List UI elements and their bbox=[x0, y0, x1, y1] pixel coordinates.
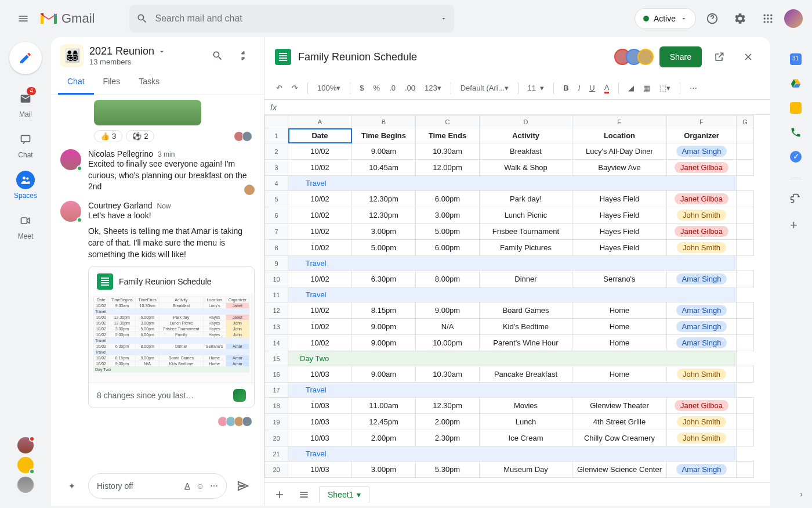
compose-button[interactable] bbox=[9, 42, 42, 74]
chat-image[interactable] bbox=[94, 100, 201, 125]
gmail-logo[interactable]: Gmail bbox=[39, 11, 95, 26]
space-members[interactable]: 13 members bbox=[89, 57, 166, 66]
add-icon[interactable]: + bbox=[790, 218, 802, 229]
dec-inc-icon[interactable]: .00 bbox=[401, 81, 419, 95]
font-select[interactable]: Default (Ari... ▾ bbox=[457, 81, 512, 95]
drive-icon[interactable] bbox=[790, 78, 802, 89]
sheet-attachment[interactable]: Family Reunion Schedule DateTimeBeginsTi… bbox=[88, 266, 255, 408]
formula-bar[interactable]: fx bbox=[264, 100, 770, 115]
space-title[interactable]: 2021 Reunion bbox=[89, 45, 166, 57]
currency-icon[interactable]: $ bbox=[356, 81, 367, 95]
more-toolbar-icon[interactable]: ⋯ bbox=[686, 81, 701, 95]
daytwo-row[interactable]: 15Day Two bbox=[265, 351, 754, 366]
table-row[interactable]: 1810/0311.00am12.30pmMoviesGlenview Thea… bbox=[265, 398, 754, 414]
table-row[interactable]: 610/0212.30pm3.00pmLunch PicnicHayes Fie… bbox=[265, 207, 754, 224]
bold-icon[interactable]: B bbox=[560, 81, 572, 95]
open-new-icon[interactable] bbox=[708, 45, 731, 69]
all-sheets-icon[interactable] bbox=[295, 487, 313, 503]
table-row[interactable]: 1210/028.15pm9.00pmBoard GamesHomeAmar S… bbox=[265, 302, 754, 319]
smart-compose-icon[interactable]: ✦ bbox=[60, 474, 84, 498]
hide-panel-icon[interactable]: › bbox=[800, 489, 803, 499]
textcolor-icon[interactable]: A bbox=[601, 81, 613, 96]
account-avatar[interactable] bbox=[784, 9, 803, 28]
help-icon[interactable] bbox=[701, 7, 724, 30]
table-row[interactable]: 210/029.00am10.30amBreakfastLucy's All-D… bbox=[265, 143, 754, 160]
table-row[interactable]: 810/025.00pm6.00pmFamily PicturesHayes F… bbox=[265, 240, 754, 256]
table-row[interactable]: 2010/033.00pm5.30pmMuseum DayGlenview Sc… bbox=[265, 462, 754, 478]
menu-icon[interactable] bbox=[9, 5, 37, 33]
apps-icon[interactable] bbox=[756, 7, 780, 30]
sheet-tab-1[interactable]: Sheet1 ▾ bbox=[319, 486, 369, 503]
dm-avatar-1[interactable] bbox=[17, 437, 34, 453]
table-row[interactable]: 310/0210.45am12.00pmWalk & ShopBayview A… bbox=[265, 160, 754, 176]
history-pill[interactable]: History off A ☺ ⋯ bbox=[88, 473, 227, 499]
table-row[interactable]: 1910/0312.45pm2.00pmLunch4th Street Gril… bbox=[265, 414, 754, 430]
undo-icon[interactable]: ↶ bbox=[273, 81, 286, 95]
sheet-tabs-bar: Sheet1 ▾ bbox=[264, 482, 770, 506]
borders-icon[interactable]: ▦ bbox=[640, 81, 654, 95]
doc-title[interactable]: Family Reunion Schedule bbox=[298, 51, 417, 63]
travel-row[interactable]: 4Travel bbox=[265, 176, 754, 191]
svg-point-4 bbox=[764, 17, 766, 19]
tab-files[interactable]: Files bbox=[94, 70, 130, 95]
contacts-icon[interactable] bbox=[790, 127, 802, 138]
status-pill[interactable]: Active bbox=[635, 8, 696, 29]
search-bar[interactable] bbox=[129, 5, 454, 33]
chat-body[interactable]: 👍 3 ⚽ 2 Nicolas Pellegrino3 min Excited … bbox=[51, 95, 264, 469]
more-icon[interactable]: ⋯ bbox=[210, 481, 218, 491]
avatar[interactable] bbox=[60, 149, 81, 170]
collaborators[interactable] bbox=[619, 49, 654, 65]
rail-spaces[interactable]: Spaces bbox=[5, 165, 46, 206]
tab-chat[interactable]: Chat bbox=[58, 70, 94, 95]
calendar-icon[interactable]: 31 bbox=[790, 53, 802, 65]
table-row[interactable]: 1410/029.00pm10.00pmParent's Wine HourHo… bbox=[265, 335, 754, 351]
table-row[interactable]: 1610/039.00am10.30amPancake BreakfastHom… bbox=[265, 366, 754, 383]
table-row[interactable]: 2010/032.00pm2.30pmIce CreamChilly Cow C… bbox=[265, 430, 754, 446]
gemini-icon[interactable] bbox=[233, 389, 246, 402]
settings-icon[interactable] bbox=[728, 7, 752, 30]
addons-icon[interactable] bbox=[790, 193, 802, 205]
chat-search-icon[interactable] bbox=[206, 44, 229, 67]
travel-row[interactable]: 9Travel bbox=[265, 256, 754, 271]
percent-icon[interactable]: % bbox=[369, 81, 383, 95]
sheet-grid[interactable]: ABCDEFG1DateTime BeginsTime EndsActivity… bbox=[264, 115, 770, 482]
rail-chat[interactable]: Chat bbox=[5, 124, 46, 165]
search-options-icon[interactable] bbox=[440, 15, 447, 22]
header-row[interactable]: 1DateTime BeginsTime EndsActivityLocatio… bbox=[265, 128, 754, 143]
travel-row[interactable]: 17Travel bbox=[265, 383, 754, 398]
table-row[interactable]: 510/0212.30pm6.00pmPark day!Hayes FieldJ… bbox=[265, 191, 754, 207]
travel-row[interactable]: 21Travel bbox=[265, 446, 754, 462]
fill-icon[interactable]: ◢ bbox=[625, 81, 637, 95]
close-icon[interactable] bbox=[737, 45, 760, 69]
dm-avatar-2[interactable] bbox=[17, 457, 34, 473]
space-avatar[interactable]: 👨‍👩‍👧‍👦 bbox=[60, 44, 84, 67]
italic-icon[interactable]: I bbox=[575, 81, 584, 95]
fontsize-select[interactable]: 11 ▾ bbox=[524, 81, 548, 95]
redo-icon[interactable]: ↷ bbox=[288, 81, 302, 95]
keep-icon[interactable] bbox=[790, 102, 802, 114]
reaction-thumbs[interactable]: 👍 3 bbox=[94, 130, 122, 142]
dec-dec-icon[interactable]: .0 bbox=[386, 81, 399, 95]
avatar[interactable] bbox=[60, 201, 81, 222]
underline-icon[interactable]: U bbox=[586, 81, 598, 95]
dm-avatar-3[interactable] bbox=[17, 477, 34, 493]
travel-row[interactable]: 11Travel bbox=[265, 287, 754, 302]
merge-icon[interactable]: ⬚▾ bbox=[656, 81, 674, 95]
add-sheet-icon[interactable] bbox=[270, 487, 289, 503]
zoom-select[interactable]: 100% ▾ bbox=[314, 81, 344, 95]
share-button[interactable]: Share bbox=[659, 46, 702, 67]
rail-meet[interactable]: Meet bbox=[5, 206, 46, 246]
search-input[interactable] bbox=[155, 13, 440, 24]
tasks-icon[interactable]: ✓ bbox=[790, 151, 802, 163]
rail-mail[interactable]: 4 Mail bbox=[5, 84, 46, 124]
table-row[interactable]: 710/023.00pm5.00pmFrisbee TournamentHaye… bbox=[265, 224, 754, 240]
format-icon[interactable]: A bbox=[184, 481, 190, 491]
format-select[interactable]: 123▾ bbox=[421, 81, 445, 95]
collapse-icon[interactable] bbox=[231, 44, 255, 67]
tab-tasks[interactable]: Tasks bbox=[129, 70, 169, 95]
reaction-soccer[interactable]: ⚽ 2 bbox=[126, 130, 154, 142]
send-icon[interactable] bbox=[231, 474, 255, 498]
table-row[interactable]: 1310/029.00pmN/AKid's BedtimeHomeAmar Si… bbox=[265, 319, 754, 335]
table-row[interactable]: 1010/026.30pm8.00pmDinnerSerrano'sAmar S… bbox=[265, 271, 754, 287]
emoji-icon[interactable]: ☺ bbox=[196, 481, 204, 491]
